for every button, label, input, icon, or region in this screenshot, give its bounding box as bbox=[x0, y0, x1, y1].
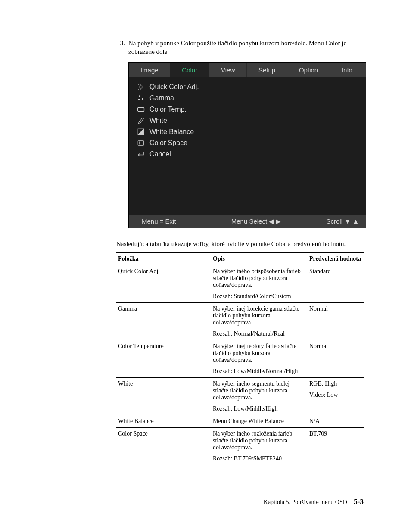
osd-item-gamma: Gamma bbox=[135, 93, 366, 104]
cell-default: Standard bbox=[308, 265, 364, 302]
cell-item: White Balance bbox=[116, 415, 211, 427]
svg-line-7 bbox=[138, 88, 139, 89]
osd-screenshot: Image Color View Setup Option Info. Quic… bbox=[128, 62, 366, 228]
svg-point-10 bbox=[138, 99, 140, 100]
osd-item-quick-color-adj: Quick Color Adj. bbox=[135, 81, 366, 93]
svg-rect-12 bbox=[138, 107, 144, 111]
color-options-table: Položka Opis Predvolená hodnota Quick Co… bbox=[116, 252, 364, 465]
osd-tab-image: Image bbox=[129, 63, 170, 77]
return-icon bbox=[135, 150, 147, 158]
th-desc: Opis bbox=[211, 252, 308, 265]
cell-desc: Na výber iného prispôsobenia farieb stla… bbox=[211, 265, 308, 302]
cell-default: BT.709 bbox=[308, 427, 364, 465]
osd-item-label: White Balance bbox=[149, 128, 194, 136]
cell-desc: Na výber inej teploty farieb stlačte tla… bbox=[211, 340, 308, 377]
cell-desc: Na výber iného rozloženia farieb stlačte… bbox=[211, 427, 308, 465]
osd-tab-view: View bbox=[209, 63, 247, 77]
table-row: Quick Color Adj. Na výber iného prispôso… bbox=[116, 265, 364, 302]
cell-desc: Na výber iného segmentu bielej stlačte t… bbox=[211, 377, 308, 415]
page-number: 5-3 bbox=[354, 498, 364, 506]
table-row: Color Temperature Na výber inej teploty … bbox=[116, 340, 364, 377]
cell-default: Normal bbox=[308, 302, 364, 340]
white-icon bbox=[135, 117, 147, 124]
osd-tab-bar: Image Color View Setup Option Info. bbox=[129, 63, 366, 77]
gamma-icon bbox=[135, 94, 147, 102]
th-item: Položka bbox=[116, 252, 211, 265]
color-space-icon bbox=[135, 139, 147, 147]
osd-item-label: Quick Color Adj. bbox=[149, 83, 199, 91]
osd-item-color-space: Color Space bbox=[135, 137, 366, 149]
step-number: 3. bbox=[116, 39, 125, 47]
osd-footer-exit: Menu = Exit bbox=[129, 215, 212, 228]
brightness-icon bbox=[135, 83, 147, 91]
osd-footer-select: Menu Select ◀ ▶ bbox=[212, 215, 300, 228]
osd-item-color-temp: Color Temp. bbox=[135, 104, 366, 115]
osd-tab-color: Color bbox=[170, 63, 209, 77]
cell-default: Normal bbox=[308, 340, 364, 377]
osd-tab-option: Option bbox=[287, 63, 330, 77]
osd-item-white-balance: White Balance bbox=[135, 126, 366, 137]
svg-line-5 bbox=[138, 84, 139, 85]
osd-tab-info: Info. bbox=[330, 63, 366, 77]
table-row: White Na výber iného segmentu bielej stl… bbox=[116, 377, 364, 415]
color-temp-icon bbox=[135, 106, 147, 112]
osd-item-cancel: Cancel bbox=[135, 149, 366, 160]
table-intro: Nasledujúca tabuľka ukazuje voľby, ktoré… bbox=[116, 240, 364, 248]
step-text: Na pohyb v ponuke Color použite tlačidlo… bbox=[128, 39, 364, 56]
osd-item-label: Color Temp. bbox=[149, 106, 187, 113]
svg-point-11 bbox=[142, 98, 143, 100]
page-footer: Kapitola 5. Používanie menu OSD 5-3 bbox=[264, 498, 364, 506]
osd-footer: Menu = Exit Menu Select ◀ ▶ Scroll ▼ ▲ bbox=[129, 215, 366, 228]
cell-desc: Menu Change White Balance bbox=[211, 415, 308, 427]
cell-desc: Na výber inej korekcie gama stlačte tlač… bbox=[211, 302, 308, 340]
osd-item-white: White bbox=[135, 115, 366, 126]
cell-item: Quick Color Adj. bbox=[116, 265, 211, 302]
cell-item: Color Temperature bbox=[116, 340, 211, 377]
th-default: Predvolená hodnota bbox=[308, 252, 364, 265]
osd-item-label: White bbox=[149, 117, 167, 124]
svg-line-6 bbox=[143, 88, 143, 89]
table-row: Color Space Na výber iného rozloženia fa… bbox=[116, 427, 364, 465]
white-balance-icon bbox=[135, 128, 147, 136]
osd-item-label: Cancel bbox=[149, 150, 171, 158]
cell-default: RGB: High Video: Low bbox=[308, 377, 364, 415]
step-3: 3. Na pohyb v ponuke Color použite tlači… bbox=[116, 39, 364, 56]
svg-point-9 bbox=[139, 95, 141, 97]
osd-item-label: Color Space bbox=[149, 139, 187, 147]
osd-tab-setup: Setup bbox=[247, 63, 287, 77]
table-row: White Balance Menu Change White Balance … bbox=[116, 415, 364, 427]
chapter-label: Kapitola 5. Používanie menu OSD bbox=[264, 499, 347, 505]
table-row: Gamma Na výber inej korekcie gama stlačt… bbox=[116, 302, 364, 340]
osd-footer-scroll: Scroll ▼ ▲ bbox=[300, 215, 366, 228]
cell-item: Color Space bbox=[116, 427, 211, 465]
osd-menu-body: Quick Color Adj. Gamma Color Temp. White bbox=[129, 77, 366, 215]
osd-item-label: Gamma bbox=[149, 94, 174, 102]
svg-point-0 bbox=[140, 86, 142, 88]
cell-item: White bbox=[116, 377, 211, 415]
cell-default: N/A bbox=[308, 415, 364, 427]
svg-line-8 bbox=[143, 84, 143, 85]
cell-item: Gamma bbox=[116, 302, 211, 340]
